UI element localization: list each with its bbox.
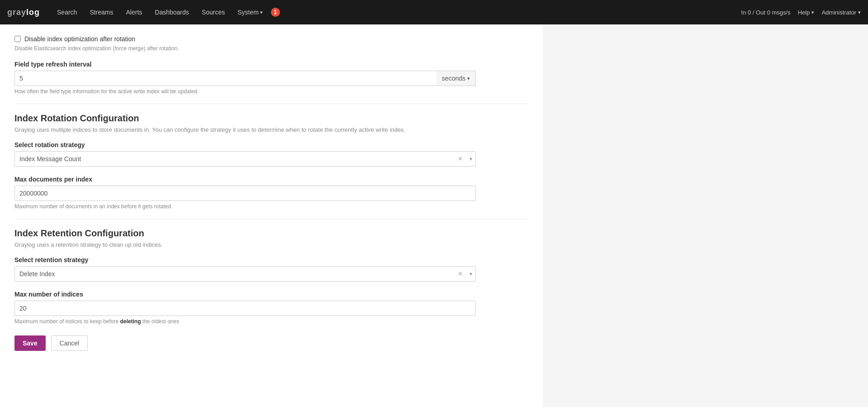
user-dropdown[interactable]: Administrator ▾	[821, 9, 861, 16]
divider-1	[14, 104, 528, 104]
stats-display: In 0 / Out 0 msgs/s	[741, 9, 791, 16]
retention-strategy-select[interactable]: Delete Index	[14, 266, 476, 282]
max-docs-group: Max documents per index Maximum number o…	[14, 176, 476, 210]
nav-dashboards[interactable]: Dashboards	[148, 0, 195, 24]
max-docs-input[interactable]	[14, 186, 476, 201]
disable-index-checkbox[interactable]	[14, 36, 21, 42]
divider-2	[14, 219, 528, 219]
field-type-refresh-unit-dropdown[interactable]: seconds ▾	[436, 71, 476, 86]
unit-dropdown-icon: ▾	[467, 76, 470, 81]
disable-index-check-group: Disable index optimization after rotatio…	[14, 35, 528, 43]
index-rotation-section: Index Rotation Configuration Graylog use…	[14, 113, 528, 210]
field-type-refresh-input[interactable]	[14, 71, 436, 86]
help-dropdown[interactable]: Help ▾	[798, 9, 815, 16]
save-button[interactable]: Save	[14, 335, 46, 351]
index-retention-title: Index Retention Configuration	[14, 228, 528, 239]
nav-alerts[interactable]: Alerts	[120, 0, 149, 24]
nav-system[interactable]: System ▾	[231, 0, 269, 24]
retention-strategy-label: Select retention strategy	[14, 256, 528, 263]
main-content: Disable index optimization after rotatio…	[0, 24, 543, 407]
system-dropdown-icon: ▾	[260, 10, 263, 15]
field-type-refresh-input-group: seconds ▾	[14, 71, 476, 86]
index-retention-section: Index Retention Configuration Graylog us…	[14, 228, 528, 325]
retention-strategy-group: Select retention strategy Delete Index ×…	[14, 256, 528, 282]
nav-links: Search Streams Alerts Dashboards Sources…	[51, 0, 741, 24]
field-type-refresh-label: Field type refresh interval	[14, 61, 528, 68]
form-actions: Save Cancel	[14, 335, 528, 351]
max-indices-label: Max number of indices	[14, 291, 476, 298]
max-docs-label: Max documents per index	[14, 176, 476, 183]
nav-search[interactable]: Search	[51, 0, 83, 24]
help-dropdown-icon: ▾	[811, 10, 814, 15]
max-indices-hint-bold: deleting	[120, 318, 141, 325]
user-dropdown-icon: ▾	[858, 10, 861, 15]
retention-strategy-select-wrapper: Delete Index × ▾	[14, 266, 476, 282]
max-indices-hint-post: the oldest ones	[141, 318, 179, 325]
nav-sources[interactable]: Sources	[195, 0, 231, 24]
rotation-strategy-group: Select rotation strategy Index Message C…	[14, 141, 528, 167]
top-navigation: graylog Search Streams Alerts Dashboards…	[0, 0, 868, 24]
retention-strategy-clear-btn[interactable]: ×	[456, 270, 464, 278]
notification-badge[interactable]: 1	[271, 8, 280, 17]
index-retention-desc: Graylog uses a retention strategy to cle…	[14, 241, 528, 248]
field-type-refresh-group: Field type refresh interval seconds ▾ Ho…	[14, 61, 528, 95]
logo: graylog	[7, 8, 40, 17]
rotation-strategy-select[interactable]: Index Message Count	[14, 151, 476, 167]
seconds-label: seconds	[442, 75, 465, 82]
max-indices-hint-pre: Maximum number of indices to keep before	[14, 318, 120, 325]
cancel-button[interactable]: Cancel	[51, 335, 88, 351]
nav-streams[interactable]: Streams	[83, 0, 119, 24]
rotation-strategy-clear-btn[interactable]: ×	[456, 155, 464, 163]
field-type-refresh-hint: How often the field type information for…	[14, 88, 528, 95]
disable-index-label[interactable]: Disable index optimization after rotatio…	[24, 35, 135, 43]
nav-right: In 0 / Out 0 msgs/s Help ▾ Administrator…	[741, 9, 861, 16]
logo-text: graylog	[7, 8, 40, 17]
rotation-strategy-label: Select rotation strategy	[14, 141, 528, 148]
max-indices-group: Max number of indices Maximum number of …	[14, 291, 476, 325]
max-docs-hint: Maximum number of documents in an index …	[14, 203, 476, 210]
disable-index-hint: Disable Elasticsearch index optimization…	[14, 45, 528, 52]
index-rotation-title: Index Rotation Configuration	[14, 113, 528, 124]
max-indices-input[interactable]	[14, 301, 476, 316]
index-rotation-desc: Graylog uses multiple indices to store d…	[14, 126, 528, 133]
max-indices-hint: Maximum number of indices to keep before…	[14, 318, 476, 325]
rotation-strategy-select-wrapper: Index Message Count × ▾	[14, 151, 476, 167]
